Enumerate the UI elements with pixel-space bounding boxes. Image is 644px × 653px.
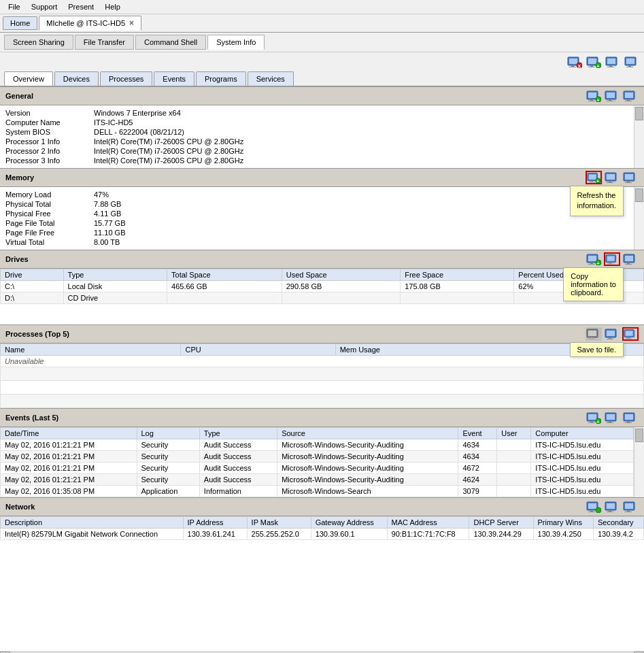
svg-rect-98 <box>588 512 595 512</box>
network-col-dhcp[interactable]: DHCP Server <box>469 517 533 529</box>
svg-rect-71 <box>590 337 593 339</box>
network-col-gateway[interactable]: Gateway Address <box>311 517 387 529</box>
icon-btn-lock[interactable]: X <box>566 55 583 69</box>
events-cell-0-type: Audit Success <box>199 439 277 451</box>
toolbar-system-info[interactable]: System Info <box>207 35 265 50</box>
general-icon-save[interactable] <box>622 89 639 103</box>
ctab-events[interactable]: Events <box>154 71 194 86</box>
events-icon-copy[interactable] <box>604 411 620 424</box>
drives-cell-d-free <box>401 292 514 304</box>
memory-scrollbar[interactable] <box>634 187 644 250</box>
events-cell-2-type: Audit Success <box>199 463 277 474</box>
general-scroll-thumb[interactable] <box>635 107 643 120</box>
ctab-programs[interactable]: Programs <box>196 71 246 86</box>
network-col-mac[interactable]: MAC Address <box>387 517 469 529</box>
drives-col-used[interactable]: Used Space <box>282 269 401 281</box>
menu-file[interactable]: File <box>3 1 26 12</box>
svg-rect-22 <box>626 58 634 64</box>
events-col-event[interactable]: Event <box>458 428 497 439</box>
svg-rect-101 <box>607 503 615 509</box>
tab-bar: Home MIchelle @ ITS-IC-HD5 × <box>0 14 644 33</box>
network-icon-refresh[interactable] <box>586 500 602 514</box>
network-icon-save[interactable] <box>622 500 639 514</box>
drives-cell-c-drive: C:\ <box>1 281 64 292</box>
general-row-computer: Computer Name ITS-IC-HD5 <box>5 118 628 127</box>
ctab-overview[interactable]: Overview <box>4 71 53 86</box>
tooltip-refresh: Refresh theinformation. <box>570 186 624 216</box>
memory-icon-refresh[interactable]: + <box>586 171 602 184</box>
icon-btn-monitor-arrow[interactable]: ↑ <box>605 55 621 69</box>
svg-rect-102 <box>609 510 611 512</box>
svg-text:↑: ↑ <box>613 259 616 265</box>
network-col-pwins[interactable]: Primary Wins <box>533 517 593 529</box>
general-row-proc2: Processor 2 Info Intel(R) Core(TM) i7-26… <box>5 146 628 156</box>
menu-present[interactable]: Present <box>63 1 99 12</box>
memory-row-phystotal: Physical Total 7.88 GB <box>5 199 628 209</box>
network-col-ip[interactable]: IP Address <box>183 517 247 529</box>
toolbar-screen-sharing[interactable]: Screen Sharing <box>4 35 73 50</box>
svg-rect-83 <box>590 421 593 422</box>
general-scrollbar[interactable] <box>634 105 644 168</box>
svg-rect-53 <box>625 182 632 183</box>
drives-row-c: C:\ Local Disk 465.66 GB 290.58 GB 175.0… <box>1 281 644 292</box>
processes-icon-save[interactable] <box>622 327 639 341</box>
processes-icon-refresh[interactable] <box>586 327 602 341</box>
drives-icon-save[interactable] <box>622 252 639 266</box>
toolbar-command-shell[interactable]: Command Shell <box>135 35 206 50</box>
events-scroll-thumb[interactable] <box>635 429 643 442</box>
events-cell-4-user <box>497 486 531 497</box>
icon-btn-monitor-settings[interactable] <box>624 55 640 69</box>
general-label-proc2: Processor 2 Info <box>5 147 94 155</box>
network-col-mask[interactable]: IP Mask <box>247 517 311 529</box>
events-col-type[interactable]: Type <box>199 428 277 439</box>
ctab-services[interactable]: Services <box>248 71 294 86</box>
events-col-log[interactable]: Log <box>137 428 199 439</box>
network-col-swins[interactable]: Secondary <box>593 517 643 529</box>
memory-icon-copy[interactable] <box>604 171 620 184</box>
drives-table: Drive Type Total Space Used Space Free S… <box>0 269 644 304</box>
events-col-source[interactable]: Source <box>277 428 458 439</box>
drives-icon-refresh[interactable]: + <box>586 252 602 266</box>
events-cell-0-src: Microsoft-Windows-Security-Auditing <box>277 439 458 451</box>
events-col-user[interactable]: User <box>497 428 531 439</box>
network-header: Network <box>0 497 644 516</box>
general-icon-copy[interactable]: ↑ <box>604 89 620 103</box>
events-cell-1-type: Audit Success <box>199 451 277 463</box>
svg-rect-63 <box>607 263 613 264</box>
menu-help[interactable]: Help <box>99 1 126 12</box>
general-row-version: Version Windows 7 Enterprise x64 <box>5 108 628 118</box>
processes-col-name[interactable]: Name <box>1 344 181 356</box>
memory-label-phystotal: Physical Total <box>5 200 94 208</box>
drives-col-free[interactable]: Free Space <box>401 269 514 281</box>
toolbar-file-transfer[interactable]: File Transfer <box>75 35 134 50</box>
events-icon-save[interactable] <box>622 411 639 424</box>
tab-home[interactable]: Home <box>3 16 37 30</box>
network-col-desc[interactable]: Description <box>1 517 184 529</box>
drives-col-drive[interactable]: Drive <box>1 269 64 281</box>
processes-icon-copy[interactable] <box>604 327 620 341</box>
network-cell-0-mac: 90:B1:1C:71:7C:F8 <box>387 529 469 540</box>
events-scrollbar[interactable] <box>634 427 644 497</box>
menu-support[interactable]: Support <box>26 1 63 12</box>
general-icon-refresh[interactable]: + <box>586 89 602 103</box>
tab-close-button[interactable]: × <box>129 18 134 28</box>
drives-col-total[interactable]: Total Space <box>167 269 282 281</box>
events-col-datetime[interactable]: Date/Time <box>1 428 137 439</box>
svg-rect-106 <box>627 510 630 512</box>
events-col-computer[interactable]: Computer <box>531 428 634 439</box>
processes-row-unavailable: Unavailable <box>1 356 644 367</box>
processes-col-cpu[interactable]: CPU <box>181 344 335 356</box>
toolbar: Screen Sharing File Transfer Command She… <box>0 33 644 52</box>
events-icon-refresh[interactable]: + <box>586 411 602 424</box>
drives-col-type[interactable]: Type <box>63 269 167 281</box>
ctab-processes[interactable]: Processes <box>100 71 152 86</box>
memory-scroll-thumb[interactable] <box>635 188 643 202</box>
drives-icon-copy[interactable]: ↑ <box>604 252 620 266</box>
memory-icon-save[interactable] <box>622 171 639 184</box>
tab-active[interactable]: MIchelle @ ITS-IC-HD5 × <box>39 16 141 31</box>
ctab-devices[interactable]: Devices <box>54 71 99 86</box>
network-icon-copy[interactable] <box>604 500 620 514</box>
memory-value-pffree: 11.10 GB <box>94 229 125 237</box>
icon-btn-refresh-top[interactable]: + <box>586 55 602 69</box>
events-cell-0-evt: 4634 <box>458 439 497 451</box>
